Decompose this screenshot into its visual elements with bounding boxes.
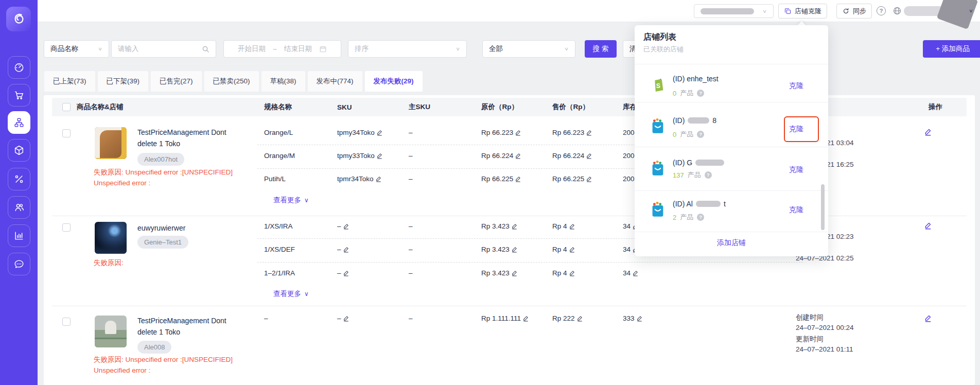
edit-icon[interactable] [343,246,349,253]
sidebar-item-orders[interactable] [8,84,30,107]
edit-icon[interactable] [515,152,521,159]
tab-off-shelf[interactable]: 已下架(39) [97,71,149,92]
shop-clone-button[interactable]: 店铺克隆 [778,4,827,19]
variant-price: Rp 3.423 [481,246,518,253]
store-list-popup: 店铺列表 已关联的店铺 S (ID) enhe_test 0产品? 克隆 (ID… [635,25,828,256]
store-product-count: 2产品? [673,213,704,222]
edit-icon[interactable] [586,152,592,159]
keyword-input[interactable]: 请输入 [111,40,216,58]
edit-icon[interactable] [375,176,382,182]
popup-title: 店铺列表 [643,32,676,43]
variant-sale-price: Rp 4 [552,269,575,277]
help-icon[interactable]: ? [697,131,704,138]
tab-on-shelf[interactable]: 已上架(73) [44,71,96,92]
product-image [95,222,127,254]
add-store-link[interactable]: 添加店铺 [635,238,828,248]
popup-scrollbar[interactable] [821,184,825,230]
clone-store-button[interactable]: 克隆 [789,81,803,91]
edit-icon[interactable] [569,270,575,276]
variant-sku: tpmy34Toko [337,129,383,136]
edit-icon[interactable] [376,152,383,159]
language-globe-icon[interactable] [892,6,902,18]
edit-icon[interactable] [569,246,575,253]
search-field-value: 商品名称 [50,44,78,54]
row-edit-button[interactable] [924,314,932,322]
edit-icon[interactable] [632,270,639,276]
header-spec: 规格名称 [264,98,292,116]
edit-icon[interactable] [343,223,349,230]
sidebar-item-analytics[interactable] [8,224,30,247]
variant-stock: 333 [623,314,643,322]
edit-icon[interactable] [511,223,518,230]
edit-icon[interactable] [343,270,349,276]
sidebar-item-inventory[interactable] [8,139,30,162]
svg-text:S: S [656,82,660,90]
store-selector[interactable]: ∨ [694,4,774,18]
sidebar-item-channel-products[interactable] [8,111,30,134]
sync-button[interactable]: 同步 [836,4,872,19]
row-edit-button[interactable] [924,221,932,230]
clone-store-button[interactable]: 克隆 [789,205,803,215]
edit-icon[interactable] [586,129,592,136]
product-title: euwyruwierwer [137,222,238,234]
variant-sale-price: Rp 66.224 [552,152,592,160]
edit-icon[interactable] [636,315,643,322]
variant-sku: – [337,269,349,277]
clone-store-button[interactable]: 克隆 [789,165,803,174]
sidebar-item-promotions[interactable] [8,168,30,190]
help-icon[interactable]: ? [697,214,704,221]
edit-icon[interactable] [343,315,349,322]
select-all-checkbox[interactable] [62,103,71,111]
view-more-link[interactable]: 查看更多∨ [273,196,309,205]
view-more-link[interactable]: 查看更多∨ [273,289,309,299]
edit-icon[interactable] [586,176,592,182]
sort-placeholder: 排序 [355,44,369,54]
edit-icon[interactable] [576,315,583,322]
tab-sold-out[interactable]: 已售完(27) [150,71,202,92]
divider [635,64,828,64]
edit-icon[interactable] [515,176,521,182]
edit-icon[interactable] [522,315,529,322]
row-edit-button[interactable] [924,128,932,136]
user-menu-chevron-icon[interactable]: ∨ [969,8,973,14]
fail-reason-line1: 失败原因: Unspecified error :[UNSPECIFIED] [94,168,233,177]
help-icon[interactable]: ? [877,6,886,15]
help-icon[interactable]: ? [697,90,704,97]
genie-logo-icon [11,11,26,27]
fail-reason-line2: Unspecified error : [94,179,150,187]
tab-banned[interactable]: 已禁卖(250) [204,71,259,92]
chevron-down-icon: ∨ [564,46,569,52]
product-title: TestPriceManagement Dont delete 1 Toko [137,315,238,338]
sidebar-item-messages[interactable] [8,253,30,275]
edit-icon[interactable] [376,129,383,136]
divider [635,190,828,191]
help-icon[interactable]: ? [705,171,712,179]
sidebar-item-dashboard[interactable] [8,56,30,79]
blibli-icon [649,160,667,179]
tab-publish-failed[interactable]: 发布失败(29) [364,71,423,92]
row-checkbox[interactable] [62,318,71,326]
row-checkbox[interactable] [62,223,71,232]
blibli-icon [649,201,667,220]
variant-price: Rp 3.423 [481,269,518,277]
date-range-picker[interactable]: 开始日期 ~ 结束日期 [223,40,341,58]
search-button[interactable]: 搜 索 [585,40,617,58]
sidebar-item-customers[interactable] [8,196,30,219]
row-checkbox[interactable] [62,129,71,137]
search-field-select[interactable]: 商品名称 ∨ [44,40,109,58]
edit-icon[interactable] [569,223,575,230]
edit-icon[interactable] [511,246,518,253]
edit-icon[interactable] [515,129,521,136]
variant-price: Rp 66.224 [481,152,521,160]
cube-icon [13,145,25,156]
tab-publishing[interactable]: 发布中(774) [307,71,363,92]
add-product-button[interactable]: + 添加商品 [923,40,980,58]
sync-label: 同步 [853,7,866,16]
tab-draft[interactable]: 草稿(38) [261,71,306,92]
created-time: 24–07–2021 00:24 [796,324,854,331]
edit-icon[interactable] [511,270,518,276]
header-sku: SKU [337,98,352,116]
search-icon [202,45,209,53]
status-select[interactable]: 全部 ∨ [482,40,575,58]
sort-select[interactable]: 排序 ∨ [348,40,467,58]
